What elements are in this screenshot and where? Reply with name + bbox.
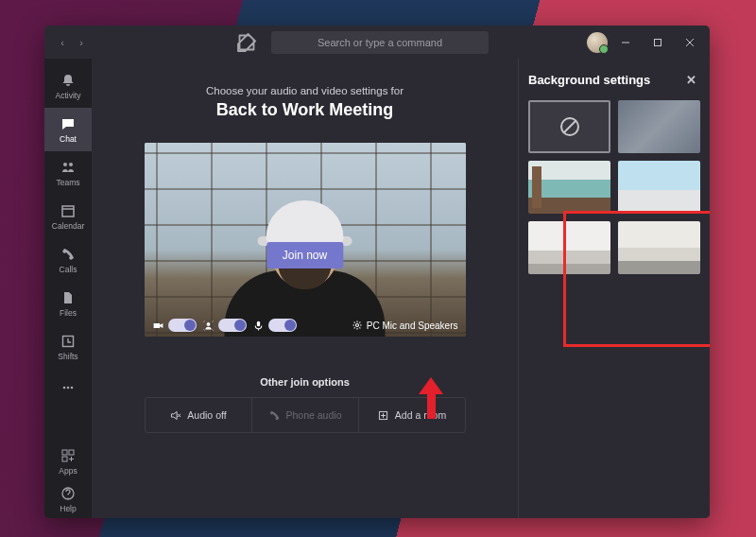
gear-icon <box>352 320 363 331</box>
more-icon <box>60 379 77 396</box>
device-settings-button[interactable]: PC Mic and Speakers <box>352 320 458 331</box>
prejoin-screen: Choose your audio and video settings for… <box>92 59 518 518</box>
compose-icon <box>235 31 258 54</box>
add-room-icon <box>377 409 389 422</box>
background-image-tile-2[interactable] <box>618 161 700 214</box>
rail-teams[interactable]: Teams <box>44 151 92 195</box>
svg-point-12 <box>206 322 210 326</box>
search-input[interactable]: Search or type a command <box>271 31 489 54</box>
minimize-icon <box>621 38 630 47</box>
left-rail: Activity Chat Teams Calendar Calls <box>44 59 92 518</box>
camera-toggle[interactable] <box>168 319 197 332</box>
svg-point-2 <box>69 163 73 166</box>
rail-more[interactable] <box>44 369 92 407</box>
close-icon <box>685 38 695 47</box>
other-join-heading: Other join options <box>260 376 350 388</box>
files-icon <box>60 289 77 306</box>
svg-rect-13 <box>256 320 259 326</box>
help-icon <box>60 485 77 502</box>
teams-icon <box>60 159 77 176</box>
nav-forward-button[interactable]: › <box>73 37 90 48</box>
background-settings-panel: Background settings ✕ <box>518 59 710 518</box>
profile-avatar[interactable] <box>587 32 608 53</box>
shifts-icon <box>60 333 77 350</box>
speaker-off-icon <box>169 409 181 422</box>
new-message-button[interactable] <box>235 31 258 54</box>
add-room-option[interactable]: Add a room <box>359 398 465 432</box>
rail-help[interactable]: Help <box>44 480 92 518</box>
rail-label: Chat <box>60 134 77 144</box>
rail-shifts[interactable]: Shifts <box>44 325 92 369</box>
background-image-tile-3[interactable] <box>528 221 610 274</box>
background-none-tile[interactable] <box>528 100 610 153</box>
meeting-title: Back to Work Meeting <box>216 100 394 120</box>
audio-off-option[interactable]: Audio off <box>146 398 252 432</box>
rail-label: Calls <box>60 265 77 274</box>
svg-rect-3 <box>62 206 74 217</box>
phone-icon <box>60 246 77 263</box>
option-label: Phone audio <box>286 409 342 421</box>
microphone-icon <box>252 320 265 332</box>
background-effects-toggle[interactable] <box>218 319 247 332</box>
chat-icon <box>60 115 77 132</box>
microphone-toggle[interactable] <box>268 319 297 332</box>
option-label: Audio off <box>187 409 226 421</box>
svg-rect-8 <box>62 450 67 455</box>
rail-label: Help <box>60 504 76 513</box>
phone-audio-option: Phone audio <box>252 398 359 432</box>
rail-label: Calendar <box>52 221 85 231</box>
svg-point-6 <box>67 387 70 390</box>
svg-rect-0 <box>655 39 662 45</box>
rail-files[interactable]: Files <box>44 282 92 325</box>
teams-window: ‹ › Search or type a command <box>44 26 710 518</box>
window-minimize-button[interactable] <box>611 29 640 56</box>
option-label: Add a room <box>395 409 446 421</box>
join-now-button[interactable]: Join now <box>266 242 343 268</box>
background-image-tile-4[interactable] <box>618 221 700 274</box>
rail-apps[interactable]: Apps <box>44 442 92 480</box>
panel-title: Background settings <box>528 73 650 87</box>
svg-point-1 <box>63 163 67 166</box>
panel-close-button[interactable]: ✕ <box>681 70 700 89</box>
svg-point-7 <box>71 387 74 390</box>
rail-label: Apps <box>59 466 77 476</box>
rail-activity[interactable]: Activity <box>44 64 92 108</box>
prejoin-prompt: Choose your audio and video settings for <box>206 85 404 96</box>
rail-calls[interactable]: Calls <box>44 238 92 282</box>
preview-controls: PC Mic and Speakers <box>145 319 466 332</box>
background-effects-icon <box>202 320 215 332</box>
rail-label: Teams <box>56 178 79 187</box>
titlebar: ‹ › Search or type a command <box>44 26 710 59</box>
other-join-options: Audio off Phone audio Add a room <box>145 397 466 433</box>
svg-rect-10 <box>62 457 67 461</box>
background-image-tile-1[interactable] <box>528 161 610 214</box>
rail-chat[interactable]: Chat <box>44 108 92 151</box>
svg-rect-9 <box>69 450 74 455</box>
none-icon <box>558 115 581 138</box>
background-grid <box>528 100 700 274</box>
apps-icon <box>60 447 77 464</box>
svg-point-5 <box>63 387 66 390</box>
calendar-icon <box>60 202 77 219</box>
svg-point-14 <box>355 324 358 327</box>
window-maximize-button[interactable] <box>644 29 672 56</box>
rail-label: Activity <box>56 91 81 100</box>
rail-label: Shifts <box>58 352 77 361</box>
rail-calendar[interactable]: Calendar <box>44 195 92 238</box>
background-blur-tile[interactable] <box>618 100 700 153</box>
bell-icon <box>60 72 77 89</box>
nav-back-button[interactable]: ‹ <box>54 37 71 48</box>
window-close-button[interactable] <box>676 29 704 56</box>
rail-label: Files <box>60 308 77 318</box>
device-label: PC Mic and Speakers <box>367 320 458 331</box>
phone-icon <box>268 409 281 422</box>
video-preview: Join now <box>145 143 466 337</box>
maximize-icon <box>653 38 662 47</box>
camera-icon <box>152 320 164 332</box>
